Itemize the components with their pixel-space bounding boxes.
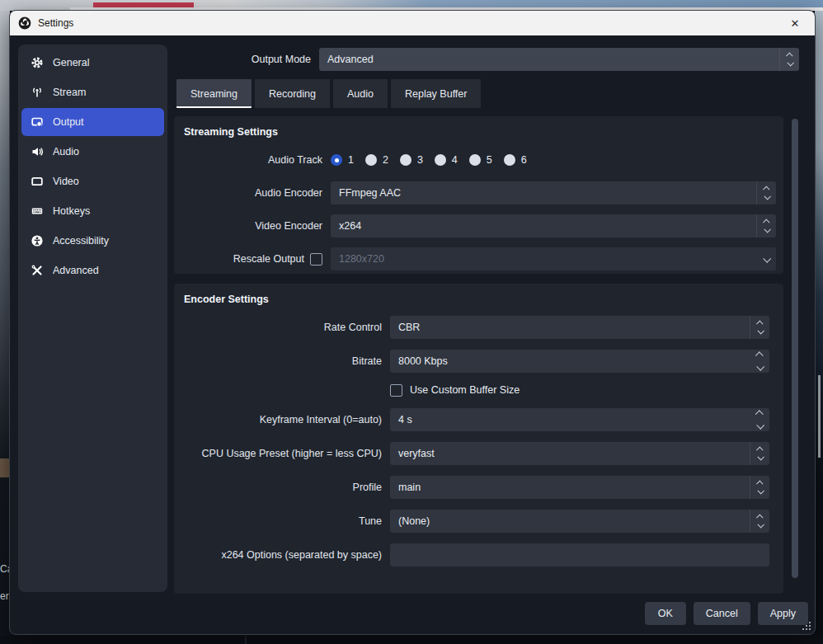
audio-encoder-row: Audio Encoder FFmpeg AAC — [184, 181, 783, 204]
monitor-icon — [31, 175, 44, 188]
sidebar-item-stream[interactable]: Stream — [21, 78, 164, 106]
chevron-up-icon — [763, 219, 769, 225]
chevron-up-icon — [756, 480, 763, 487]
bitrate-spinbox[interactable]: 8000 Kbps — [390, 350, 769, 373]
settings-sidebar: General Stream Output Audio — [18, 45, 167, 592]
audio-encoder-value: FFmpeg AAC — [339, 187, 401, 199]
desktop-right-highlight — [818, 375, 821, 458]
title-bar[interactable]: Settings ✕ — [10, 11, 815, 35]
spinner-arrows[interactable] — [750, 442, 769, 465]
output-mode-value: Advanced — [327, 54, 374, 65]
tune-select[interactable]: (None) — [390, 510, 769, 533]
tune-row: Tune (None) — [184, 510, 783, 533]
sidebar-item-accessibility[interactable]: Accessibility — [21, 227, 164, 255]
rescale-resolution-value: 1280x720 — [339, 253, 384, 265]
background-bottom-divider — [245, 636, 247, 644]
spinner-arrows[interactable] — [779, 48, 799, 71]
tune-value: (None) — [398, 515, 430, 527]
sidebar-item-label: Stream — [53, 87, 86, 98]
spinner-arrows[interactable] — [756, 214, 776, 237]
radio-track-4[interactable]: 4 — [435, 154, 458, 166]
x264-options-input[interactable] — [390, 543, 769, 566]
sidebar-item-audio[interactable]: Audio — [21, 138, 164, 166]
radio-label: 5 — [487, 154, 492, 166]
radio-track-2[interactable]: 2 — [365, 154, 388, 166]
tune-label: Tune — [359, 515, 382, 527]
spinner-arrows[interactable] — [750, 408, 769, 431]
keyframe-interval-spinbox[interactable]: 4 s — [390, 408, 769, 431]
sidebar-item-advanced[interactable]: Advanced — [21, 256, 164, 284]
rate-control-value: CBR — [398, 322, 420, 333]
antenna-icon — [31, 86, 44, 99]
radio-track-6[interactable]: 6 — [504, 154, 527, 166]
radio-label: 2 — [383, 154, 388, 166]
audio-encoder-select[interactable]: FFmpeg AAC — [331, 181, 776, 204]
bitrate-label: Bitrate — [352, 355, 382, 367]
chevron-down-icon — [764, 193, 770, 200]
audio-encoder-label: Audio Encoder — [255, 187, 322, 199]
sidebar-item-label: Output — [53, 116, 84, 128]
audio-track-row: Audio Track 1 2 3 4 5 6 — [184, 148, 783, 172]
chevron-up-icon — [756, 320, 763, 327]
rate-control-select[interactable]: CBR — [390, 316, 769, 339]
bitrate-value: 8000 Kbps — [398, 355, 448, 367]
video-encoder-row: Video Encoder x264 — [184, 214, 783, 237]
spinner-arrows[interactable] — [750, 350, 769, 373]
radio-label: 1 — [348, 154, 354, 166]
apply-button[interactable]: Apply — [758, 602, 808, 625]
radio-track-1[interactable]: 1 — [331, 154, 354, 166]
tab-streaming[interactable]: Streaming — [176, 79, 252, 108]
sidebar-item-hotkeys[interactable]: Hotkeys — [21, 197, 164, 225]
cancel-button[interactable]: Cancel — [694, 602, 750, 625]
rescale-output-label: Rescale Output — [233, 253, 304, 265]
profile-value: main — [398, 482, 421, 493]
resize-grip[interactable] — [802, 622, 811, 630]
keyframe-interval-row: Keyframe Interval (0=auto) 4 s — [184, 408, 783, 431]
sidebar-item-video[interactable]: Video — [21, 167, 164, 195]
spinner-arrows[interactable] — [756, 181, 776, 204]
tools-icon — [31, 264, 44, 277]
spinner-arrows[interactable] — [750, 476, 769, 499]
tab-audio[interactable]: Audio — [333, 79, 388, 108]
radio-icon — [365, 154, 377, 166]
custom-buffer-checkbox[interactable] — [390, 384, 402, 397]
radio-track-3[interactable]: 3 — [400, 154, 423, 166]
sidebar-item-output[interactable]: Output — [21, 108, 164, 136]
gear-icon — [31, 56, 44, 69]
radio-selected-icon — [331, 154, 342, 166]
obs-logo-icon — [18, 16, 31, 30]
panel-title: Streaming Settings — [184, 126, 783, 138]
video-encoder-value: x264 — [339, 220, 361, 232]
video-encoder-select[interactable]: x264 — [331, 214, 776, 237]
chevron-up-icon — [755, 410, 763, 418]
sidebar-item-label: Audio — [53, 146, 79, 157]
dialog-footer: OK Cancel Apply — [645, 602, 808, 625]
tab-recording[interactable]: Recording — [255, 79, 330, 108]
radio-label: 4 — [452, 154, 458, 166]
rescale-output-checkbox[interactable] — [310, 253, 322, 266]
ok-button[interactable]: OK — [645, 602, 686, 625]
spinner-arrows[interactable] — [750, 316, 769, 339]
sidebar-item-general[interactable]: General — [21, 49, 164, 77]
output-mode-select[interactable]: Advanced — [319, 48, 799, 71]
speaker-icon — [31, 145, 44, 158]
close-icon[interactable]: ✕ — [783, 13, 807, 33]
chevron-down-icon — [787, 59, 793, 66]
panel-title: Encoder Settings — [184, 294, 783, 305]
spinner-arrows[interactable] — [750, 510, 769, 533]
radio-track-5[interactable]: 5 — [469, 154, 492, 166]
profile-select[interactable]: main — [390, 476, 769, 499]
bitrate-row: Bitrate 8000 Kbps — [184, 350, 783, 373]
rescale-output-row: Rescale Output 1280x720 — [184, 247, 783, 270]
chevron-up-icon — [786, 52, 792, 59]
vertical-scrollbar[interactable] — [792, 119, 798, 578]
rescale-resolution-select[interactable]: 1280x720 — [331, 247, 776, 270]
radio-icon — [400, 154, 412, 166]
tab-replay-buffer[interactable]: Replay Buffer — [391, 79, 482, 108]
encoder-settings-panel: Encoder Settings Rate Control CBR Bitrat… — [174, 284, 783, 594]
chevron-up-icon — [763, 186, 769, 192]
output-icon — [31, 115, 44, 129]
output-tabs: Streaming Recording Audio Replay Buffer — [176, 79, 481, 108]
cpu-preset-select[interactable]: veryfast — [390, 442, 769, 465]
chevron-down-icon — [757, 454, 764, 460]
